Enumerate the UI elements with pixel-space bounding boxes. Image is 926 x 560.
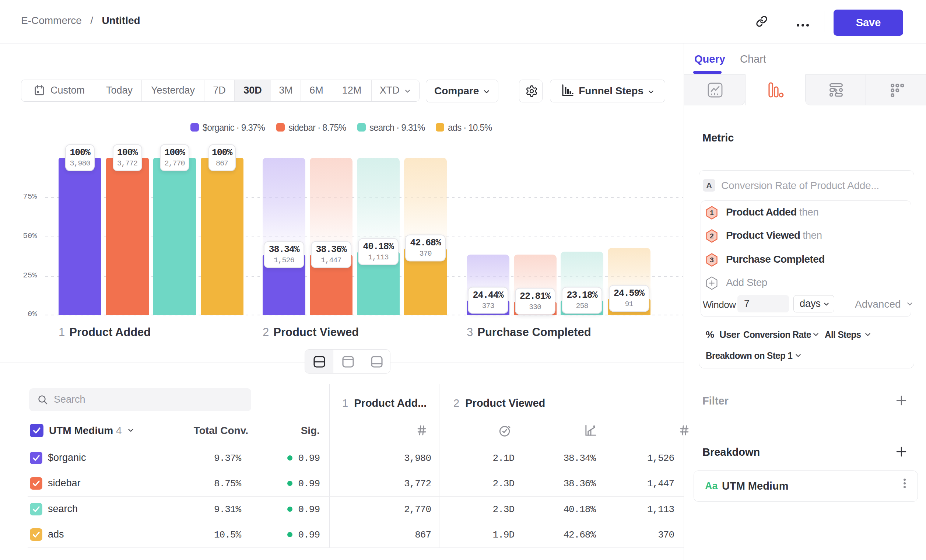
svg-text:3: 3 — [710, 256, 714, 264]
svg-text:1: 1 — [710, 209, 714, 216]
svg-text:2: 2 — [710, 232, 714, 240]
